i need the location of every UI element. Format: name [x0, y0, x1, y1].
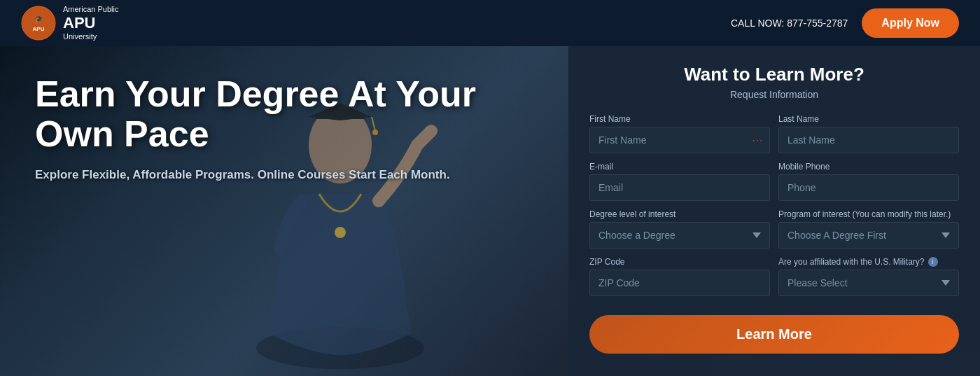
hero-subtitle: Explore Flexible, Affordable Programs. O…	[35, 168, 533, 182]
phone-group: Mobile Phone	[778, 162, 959, 201]
form-title: Want to Learn More?	[589, 64, 959, 85]
military-group: Are you affiliated with the U.S. Militar…	[778, 257, 959, 296]
military-label: Are you affiliated with the U.S. Militar…	[778, 257, 925, 267]
call-now-text: CALL NOW: 877-755-2787	[731, 18, 848, 29]
last-name-input[interactable]	[778, 127, 959, 153]
form-subtitle: Request Information	[589, 89, 959, 100]
header-right: CALL NOW: 877-755-2787 Apply Now	[731, 8, 959, 38]
svg-point-0	[22, 6, 55, 40]
logo-area: 🎓 APU American Public APU University	[21, 5, 118, 42]
degree-row: Degree level of interest Choose a Degree…	[589, 209, 959, 249]
military-info-icon[interactable]: i	[928, 257, 938, 267]
first-name-label: First Name	[589, 114, 770, 124]
phone-label: Mobile Phone	[778, 162, 959, 172]
apu-logo-icon: 🎓 APU	[21, 6, 56, 41]
first-name-group: First Name ⋯	[589, 114, 770, 153]
header: 🎓 APU American Public APU University CAL…	[0, 0, 980, 46]
svg-text:🎓: 🎓	[35, 15, 43, 23]
logo-university: University	[63, 32, 118, 41]
program-label: Program of interest (You can modify this…	[778, 209, 959, 219]
edit-icon: ⋯	[752, 134, 763, 147]
logo-apu: APU	[63, 14, 118, 32]
degree-label: Degree level of interest	[589, 209, 770, 219]
degree-group: Degree level of interest Choose a Degree…	[589, 209, 770, 249]
last-name-group: Last Name	[778, 114, 959, 153]
first-name-input[interactable]	[589, 127, 770, 153]
email-label: E-mail	[589, 162, 770, 172]
zip-label: ZIP Code	[589, 257, 770, 267]
last-name-label: Last Name	[778, 114, 959, 124]
learn-more-button[interactable]: Learn More	[589, 315, 959, 354]
hero-section: Earn Your Degree At Your Own Pace Explor…	[0, 46, 568, 376]
email-group: E-mail	[589, 162, 770, 201]
hero-title: Earn Your Degree At Your Own Pace	[35, 74, 533, 154]
apply-now-button[interactable]: Apply Now	[862, 8, 959, 38]
logo-american-public: American Public	[63, 5, 118, 14]
zip-military-row: ZIP Code Are you affiliated with the U.S…	[589, 257, 959, 296]
svg-text:APU: APU	[33, 26, 45, 32]
military-label-row: Are you affiliated with the U.S. Militar…	[778, 257, 959, 267]
first-name-input-wrapper: ⋯	[589, 127, 770, 153]
name-row: First Name ⋯ Last Name	[589, 114, 959, 153]
main-content: Earn Your Degree At Your Own Pace Explor…	[0, 46, 980, 376]
email-input[interactable]	[589, 174, 770, 201]
form-panel: Want to Learn More? Request Information …	[568, 46, 980, 376]
phone-input[interactable]	[778, 174, 959, 201]
svg-point-9	[335, 227, 346, 238]
degree-select[interactable]: Choose a Degree Associate Bachelor's Mas…	[589, 222, 770, 249]
program-select[interactable]: Choose A Degree First	[778, 222, 959, 249]
zip-input[interactable]	[589, 270, 770, 296]
zip-group: ZIP Code	[589, 257, 770, 296]
program-group: Program of interest (You can modify this…	[778, 209, 959, 249]
hero-content: Earn Your Degree At Your Own Pace Explor…	[0, 46, 568, 210]
contact-row: E-mail Mobile Phone	[589, 162, 959, 201]
military-select[interactable]: Please Select Yes No Veteran/Retiree Spo…	[778, 270, 959, 296]
logo-text: American Public APU University	[63, 5, 118, 42]
